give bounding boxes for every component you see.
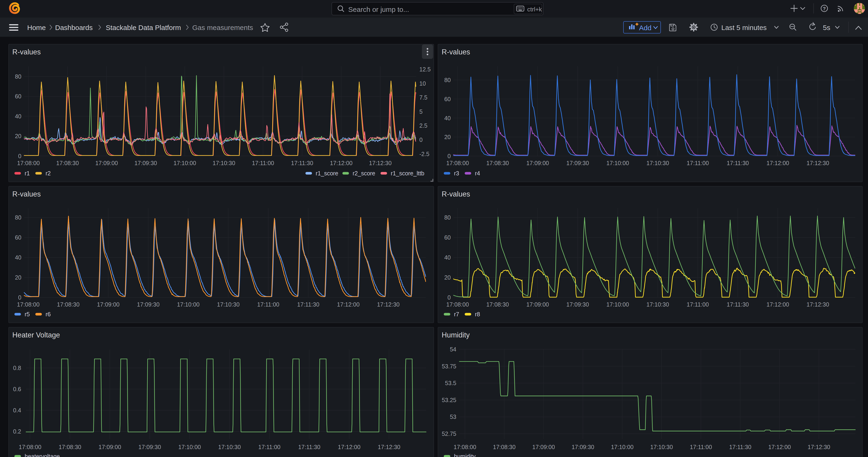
svg-text:?: ? bbox=[823, 6, 826, 11]
